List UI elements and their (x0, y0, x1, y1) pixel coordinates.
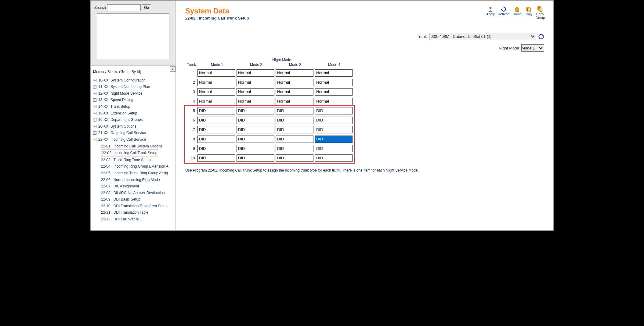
trunk-select[interactable]: 003: 408M - Cabinet 1 - Slot 01 (1) (429, 33, 536, 40)
mode-select[interactable]: Normal (276, 79, 313, 86)
tree-sub-item[interactable]: 22-05 : Incoming Trunk Ring Group Assig (101, 170, 174, 177)
mode-select[interactable]: DID (197, 136, 235, 143)
mode-select[interactable]: DID (276, 145, 313, 152)
mode-select[interactable]: DID (237, 117, 274, 124)
mode-select[interactable]: Normal (197, 88, 235, 96)
table-row: 1NormalNormalNormalNormal (185, 68, 544, 78)
tree-heading: Memory Blocks (Group By Id) (93, 69, 174, 75)
mode-select[interactable]: DID (237, 136, 274, 143)
tree-sub-item[interactable]: 22-07 : DIL Assignment (101, 183, 174, 190)
grid: Night Mode Trunk Mode 1 Mode 2 Mode 3 Mo… (185, 58, 544, 163)
expand-icon[interactable]: + (93, 131, 96, 135)
expand-icon[interactable]: + (93, 118, 96, 121)
expand-icon[interactable]: + (93, 125, 96, 128)
tree-sub-item[interactable]: 22-03 : Trunk Ring Tone Setup (101, 157, 174, 164)
tree-sub-item[interactable]: 22-09 : DDI Basic Setup (101, 196, 174, 203)
copy-group-button[interactable]: Copy Group (535, 6, 545, 20)
expand-icon[interactable]: + (93, 105, 96, 108)
mode-select[interactable]: Normal (276, 98, 313, 105)
mode-select[interactable]: DID (237, 107, 274, 114)
tree-item[interactable]: +16-XX: Department Groups (93, 117, 174, 123)
apply-button[interactable]: Apply (486, 6, 495, 20)
toolbar: Apply Refresh Home Copy Copy Group (486, 6, 545, 20)
expand-icon[interactable]: + (93, 112, 96, 115)
collapse-icon[interactable]: − (93, 138, 96, 141)
row-number: 4 (185, 99, 197, 103)
mode-select[interactable]: DID (197, 154, 235, 162)
row-number: 10 (185, 156, 197, 160)
refresh-button[interactable]: Refresh (498, 6, 510, 20)
tree-item[interactable]: +21-XX: Outgoing Call Service (93, 130, 174, 136)
mode-select[interactable]: DID (197, 145, 235, 152)
mode-select[interactable]: DID (237, 145, 274, 152)
expand-icon[interactable]: + (93, 98, 96, 102)
tree-item[interactable]: +12-XX: Night Mode Service (93, 90, 174, 97)
mode-select[interactable]: DID (197, 126, 235, 133)
mode-select[interactable]: Normal (276, 69, 313, 77)
mode-select[interactable]: Normal (237, 79, 274, 86)
search-bar: Search Go (91, 1, 175, 66)
col-header-mode2: Mode 2 (237, 63, 276, 67)
mode-select[interactable]: Normal (197, 69, 235, 77)
expand-icon[interactable]: + (93, 79, 96, 82)
mode-select[interactable]: DID (276, 117, 313, 124)
tree-item-label: 16-XX: Department Groups (98, 118, 143, 122)
mode-select[interactable]: Normal (197, 79, 235, 86)
table-row: 6DIDDIDDIDDID (185, 115, 544, 125)
tree-sub-item[interactable]: 22-08 : DIL/IRG No Answer Destination (101, 190, 174, 197)
tree-sub-item[interactable]: 22-04 : Incoming Ring Group Extension A (101, 163, 174, 170)
mode-select[interactable]: DID (276, 126, 313, 133)
mode-select[interactable]: DID (197, 117, 235, 124)
mode-select[interactable]: DID (237, 126, 274, 133)
tree-item[interactable]: +14-XX: Trunk Setup (93, 103, 174, 110)
mode-select[interactable]: Normal (315, 98, 353, 105)
row-number: 3 (185, 89, 197, 94)
tree-sub-item[interactable]: 22-11 : DDI Translation Table (101, 209, 174, 216)
mode-select[interactable]: DID (315, 117, 353, 124)
mode-select[interactable]: DID (315, 154, 353, 162)
trunk-select-label: Trunk (417, 34, 427, 39)
mode-select[interactable]: Normal (315, 88, 353, 96)
tree-sub-item[interactable]: 22-10 : DDI Translation Table Area Setup (101, 203, 174, 210)
night-mode-select[interactable]: Mode 1 (521, 44, 544, 52)
mode-select[interactable]: DID (315, 107, 353, 114)
tree-item[interactable]: +11-XX: System Numbering Plan (93, 84, 174, 90)
mode-select[interactable]: DID (197, 107, 235, 114)
mode-select[interactable]: DID (315, 145, 353, 152)
expand-icon[interactable]: + (93, 85, 96, 89)
tree-item[interactable]: +20-XX: System Options (93, 123, 174, 130)
cycle-icon[interactable] (538, 34, 544, 40)
mode-select[interactable]: Normal (237, 69, 274, 77)
mode-select[interactable]: Normal (315, 79, 353, 86)
row-number: 1 (185, 71, 197, 75)
mode-select[interactable]: DID (276, 154, 313, 162)
mode-select[interactable]: DID (315, 126, 353, 133)
mode-select[interactable]: Normal (237, 88, 274, 96)
search-input[interactable] (107, 4, 141, 11)
mode-select[interactable]: Normal (276, 88, 313, 96)
tree-item[interactable]: +13-XX: Speed Dialing (93, 97, 174, 103)
tree-item[interactable]: +15-XX: Extension Setup (93, 110, 174, 117)
mode-select[interactable]: Normal (237, 98, 274, 105)
tree-item[interactable]: +10-XX: System Configuration (93, 77, 174, 84)
hint-text: Use Program 22-02: Incoming Call Trunk S… (185, 168, 544, 172)
mode-select[interactable]: DID (276, 107, 313, 114)
svg-point-6 (539, 34, 544, 39)
tree-sub-item[interactable]: 22-02 : Incoming Call Trunk Setup (101, 150, 174, 157)
mode-select[interactable]: DID (315, 136, 353, 143)
scroll-up-button[interactable]: ▲ (170, 66, 175, 72)
search-go-button[interactable]: Go (142, 4, 151, 11)
tree-item[interactable]: −22-XX: Incoming Call Service (93, 136, 174, 143)
tree-sub-item[interactable]: 22-12 : DDI Fail over IRG (101, 216, 174, 223)
mode-select[interactable]: Normal (315, 69, 353, 77)
tree-sub-item[interactable]: 22-06 : Normal Incoming Ring Mode (101, 177, 174, 183)
mode-select[interactable]: DID (276, 136, 313, 143)
expand-icon[interactable]: + (93, 92, 96, 95)
copy-button[interactable]: Copy (525, 6, 533, 20)
home-button[interactable]: Home (512, 6, 521, 20)
mode-select[interactable]: DID (237, 154, 274, 162)
mode-select[interactable]: Normal (197, 98, 235, 105)
table-row: 3NormalNormalNormalNormal (185, 87, 544, 96)
tree-sub-item[interactable]: 22-01 : Incoming Call System Options (101, 143, 174, 150)
tree-item-label: 15-XX: Extension Setup (98, 111, 137, 115)
